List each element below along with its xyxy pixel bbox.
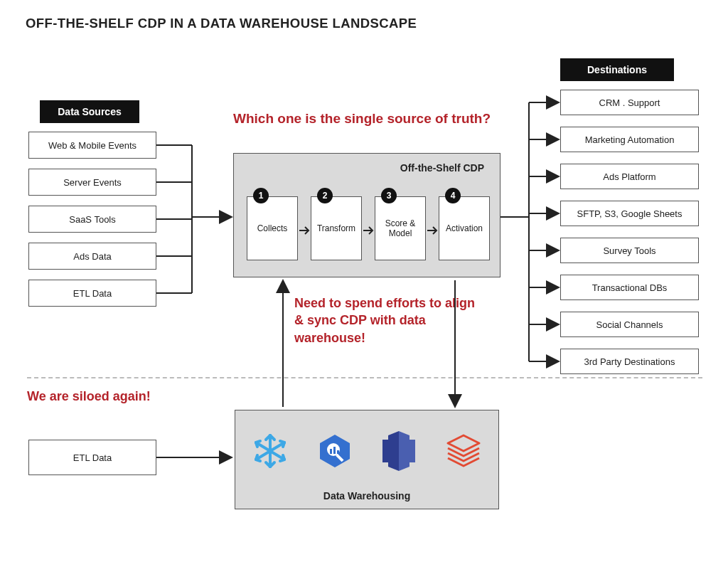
- arrow-right-icon: [299, 225, 311, 236]
- svg-line-30: [283, 455, 284, 460]
- page-title: OFF-THE-SHELF CDP IN A DATA WAREHOUSE LA…: [26, 16, 417, 31]
- dest-3rdparty: 3rd Party Destinations: [560, 349, 699, 374]
- cdp-step-score: 3 Score & Model: [375, 196, 426, 260]
- svg-marker-42: [399, 431, 410, 471]
- svg-marker-45: [448, 435, 479, 451]
- arrow-right-icon: [363, 225, 375, 236]
- connector-cdp-to-destinations: [500, 85, 560, 377]
- source-server: Server Events: [28, 169, 156, 196]
- source-etl: ETL Data: [28, 280, 156, 307]
- snowflake-icon: [250, 431, 290, 471]
- redshift-icon: [380, 430, 418, 472]
- cdp-step-label: Score & Model: [378, 218, 422, 238]
- dest-marketing: Marketing Automation: [560, 127, 699, 152]
- cdp-step-activation: 4 Activation: [439, 196, 490, 260]
- cdp-step-transform: 2 Transform: [311, 196, 362, 260]
- dest-ads: Ads Platform: [560, 164, 699, 189]
- sources-heading: Data Sources: [40, 100, 139, 123]
- data-warehousing-label: Data Warehousing: [235, 490, 498, 502]
- data-warehousing-container: Data Warehousing: [235, 410, 499, 509]
- svg-marker-41: [388, 431, 399, 471]
- svg-rect-39: [333, 447, 336, 454]
- cdp-title: Off-the-Shelf CDP: [400, 162, 484, 174]
- source-saas: SaaS Tools: [28, 206, 156, 233]
- cdp-step-collects: 1 Collects: [247, 196, 298, 260]
- dest-social: Social Channels: [560, 312, 699, 337]
- bottom-etl-box: ETL Data: [28, 440, 156, 475]
- dest-sftp: SFTP, S3, Google Sheets: [560, 201, 699, 226]
- svg-line-28: [256, 442, 257, 447]
- dest-survey: Survey Tools: [560, 238, 699, 263]
- svg-rect-44: [410, 440, 415, 462]
- cdp-step-label: Transform: [317, 223, 355, 233]
- callout-siloed: We are siloed again!: [27, 388, 151, 405]
- arrow-right-icon: [427, 225, 439, 236]
- destinations-heading: Destinations: [560, 58, 674, 81]
- connector-etl-to-warehouse: [156, 450, 235, 465]
- dest-txdb: Transactional DBs: [560, 275, 699, 300]
- svg-rect-38: [330, 449, 332, 454]
- step-number-2: 2: [317, 188, 333, 203]
- source-ads: Ads Data: [28, 243, 156, 270]
- svg-rect-43: [382, 440, 388, 462]
- connector-cdp-warehouse: [270, 277, 469, 410]
- svg-rect-40: [337, 450, 339, 454]
- step-number-1: 1: [253, 188, 269, 203]
- dest-crm: CRM . Support: [560, 90, 699, 115]
- cdp-container: Off-the-Shelf CDP 1 Collects 2 Transform…: [233, 153, 500, 277]
- step-number-4: 4: [445, 188, 461, 203]
- databricks-icon: [444, 431, 483, 471]
- callout-source-of-truth: Which one is the single source of truth?: [233, 110, 491, 128]
- cdp-step-label: Collects: [257, 223, 288, 233]
- cdp-step-label: Activation: [446, 223, 483, 233]
- connector-sources-to-cdp: [156, 128, 233, 313]
- svg-line-32: [283, 442, 284, 447]
- bigquery-icon: [316, 432, 354, 470]
- source-web-mobile: Web & Mobile Events: [28, 132, 156, 159]
- svg-line-34: [256, 455, 257, 460]
- step-number-3: 3: [381, 188, 397, 203]
